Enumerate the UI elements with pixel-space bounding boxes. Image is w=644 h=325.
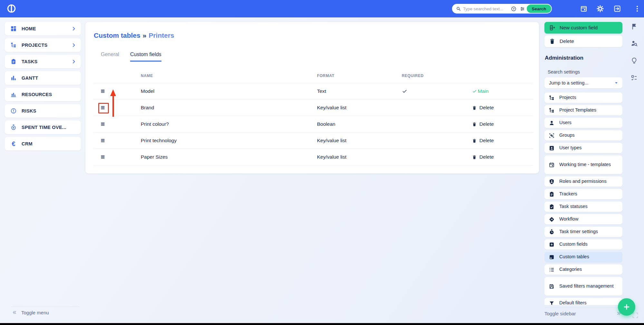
admin-item-custom-fields[interactable]: Custom fields	[544, 239, 622, 250]
admin-item-groups[interactable]: Groups	[544, 130, 622, 141]
help-icon[interactable]: ?	[511, 6, 516, 12]
toggle-sidebar-button[interactable]: Toggle sidebar	[544, 310, 622, 316]
checklist-icon[interactable]	[630, 74, 638, 82]
breadcrumb: Custom tables»Printers	[94, 32, 174, 39]
tab-custom-fields[interactable]: Custom fields	[130, 52, 161, 62]
delete-field-button[interactable]: Delete	[472, 138, 533, 143]
trash-icon	[472, 105, 477, 110]
caret-down-icon	[613, 80, 619, 86]
admin-item-default-filters[interactable]: Default filters	[544, 298, 622, 305]
admin-item-projects[interactable]: Projects	[544, 93, 622, 103]
drag-handle-icon[interactable]	[100, 121, 106, 127]
new-custom-field-button[interactable]: New custom field	[544, 22, 622, 34]
tab-general[interactable]: General	[101, 52, 119, 62]
field-format: Text	[309, 88, 394, 94]
required-check-icon	[402, 88, 408, 94]
sidebar-item-projects[interactable]: PROJECTS	[5, 38, 81, 52]
search-button[interactable]: Search	[527, 5, 551, 13]
admin-item-categories[interactable]: Categories	[544, 264, 622, 275]
field-name: Print colour?	[133, 121, 309, 127]
admin-item-project-templates[interactable]: Project Templates	[544, 105, 622, 115]
global-search: ? Search	[452, 4, 552, 14]
alert-circle-icon	[10, 108, 17, 114]
sidebar-item-label: TASKS	[22, 59, 38, 64]
gantt-chart-icon	[10, 75, 17, 81]
calendar-icon[interactable]	[580, 5, 588, 13]
sidebar-item-label: HOME	[22, 26, 36, 31]
table-row: Print technology Key/value list Delete	[93, 133, 533, 149]
admin-item-working-time-templates[interactable]: Working time - templates	[544, 155, 622, 174]
field-format: Key/value list	[309, 138, 394, 143]
admin-item-task-timer-settings[interactable]: Task timer settings	[544, 227, 622, 237]
flag-icon[interactable]	[630, 23, 638, 30]
list-icon	[549, 267, 555, 273]
admin-item-custom-tables[interactable]: Custom tables	[544, 252, 622, 262]
funnel-icon	[549, 300, 555, 305]
delete-field-button[interactable]: Delete	[472, 121, 533, 127]
bottom-black-bar	[0, 323, 644, 325]
admin-item-trackers[interactable]: Trackers	[544, 189, 622, 199]
search-input[interactable]	[461, 6, 509, 11]
admin-item-roles-permissions[interactable]: Roles and permissions	[544, 176, 622, 187]
logout-icon[interactable]	[613, 5, 621, 13]
delete-button[interactable]: Delete	[544, 35, 622, 47]
delete-field-button[interactable]: Delete	[472, 105, 533, 111]
table-row: Model Text Main	[93, 83, 533, 100]
drag-handle-icon[interactable]	[100, 137, 106, 144]
toggle-menu-button[interactable]: Toggle menu	[12, 310, 49, 315]
breadcrumb-current: Printers	[149, 32, 174, 39]
admin-item-users[interactable]: Users	[544, 118, 622, 128]
drag-handle-icon[interactable]	[100, 154, 106, 160]
add-floating-button[interactable]	[618, 298, 635, 316]
field-name: Model	[133, 88, 309, 94]
kebab-menu-icon[interactable]	[633, 5, 641, 13]
search-settings-label: Search settings	[548, 69, 622, 74]
sidebar-item-gantt[interactable]: GANTT	[5, 71, 81, 85]
administration-list: Projects Project Templates Users Groups …	[544, 93, 622, 305]
tab-bar: General Custom fields	[101, 52, 161, 62]
field-format: Boolean	[309, 121, 394, 127]
admin-item-task-statuses[interactable]: Task statuses	[544, 202, 622, 212]
toggle-menu-label: Toggle menu	[21, 310, 49, 315]
search-filter-icon[interactable]	[520, 6, 525, 12]
person-search-icon[interactable]	[630, 40, 638, 47]
sidebar-item-resources[interactable]: RESOURCES	[5, 88, 81, 101]
breadcrumb-separator: »	[143, 32, 147, 39]
sidebar-item-home[interactable]: HOME	[5, 22, 81, 35]
plus-icon	[622, 303, 631, 311]
sidebar-item-spent-time[interactable]: SPENT TIME OVE...	[5, 121, 81, 134]
admin-item-user-types[interactable]: User types	[544, 143, 622, 153]
check-icon	[472, 89, 477, 94]
project-tree-icon	[10, 42, 17, 48]
search-icon	[456, 6, 461, 11]
admin-item-saved-filters[interactable]: Saved filters management	[544, 277, 622, 296]
plus-square-icon	[549, 241, 555, 248]
clipboard-check-icon	[549, 204, 555, 210]
lightbulb-icon[interactable]	[630, 57, 638, 64]
sidebar-item-label: CRM	[22, 141, 33, 146]
sidebar-item-crm[interactable]: € CRM	[5, 137, 81, 151]
annotation-arrow-head	[110, 89, 116, 96]
main-content-card: Custom tables»Printers General Custom fi…	[85, 22, 539, 173]
app-logo-icon[interactable]	[6, 4, 16, 14]
topbar: ? Search	[0, 0, 644, 17]
table-row: Print colour? Boolean Delete	[93, 116, 533, 133]
column-header-format: FORMAT	[309, 74, 394, 78]
sidebar-item-risks[interactable]: RISKS	[5, 104, 81, 118]
field-name: Brand	[133, 105, 309, 111]
right-sidebar: New custom field Delete Administration S…	[544, 22, 622, 305]
drag-handle-icon[interactable]	[100, 88, 106, 94]
stopwatch-plus-icon	[10, 124, 17, 131]
jump-to-setting-select[interactable]: Jump to a setting...	[544, 77, 622, 88]
main-field-badge[interactable]: Main	[472, 88, 533, 94]
delete-field-button[interactable]: Delete	[472, 154, 533, 160]
chevron-right-icon	[71, 42, 77, 48]
settings-gear-icon[interactable]	[596, 5, 604, 13]
custom-fields-table: NAME FORMAT REQUIRED Model Text Main Bra…	[93, 68, 533, 165]
breadcrumb-parent-link[interactable]: Custom tables	[94, 32, 140, 39]
admin-item-workflow[interactable]: Workflow	[544, 214, 622, 224]
toggle-sidebar-label: Toggle sidebar	[544, 311, 576, 316]
workflow-icon	[549, 216, 555, 222]
dashboard-icon	[10, 25, 17, 32]
sidebar-item-tasks[interactable]: TASKS	[5, 55, 81, 68]
